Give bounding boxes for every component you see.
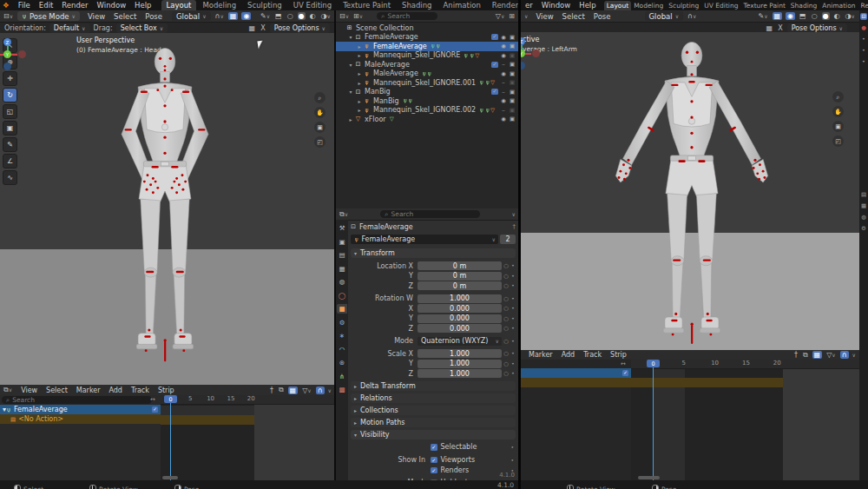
- move-tool[interactable]: ✛: [3, 71, 17, 86]
- nla-menu-item[interactable]: Track: [127, 387, 154, 394]
- breakdowner-tool[interactable]: ∿: [3, 170, 17, 185]
- panel-header[interactable]: ▸Motion Paths: [351, 418, 516, 427]
- menu-item[interactable]: Help: [130, 1, 155, 10]
- current-frame-badge[interactable]: 0: [647, 360, 660, 367]
- menu-item[interactable]: Window: [537, 1, 575, 10]
- axis-y-icon[interactable]: Y: [3, 50, 11, 58]
- eye-icon[interactable]: ◉: [500, 97, 507, 104]
- x-axis-icon[interactable]: X: [777, 24, 783, 32]
- axis-z-icon[interactable]: Z: [521, 37, 525, 45]
- nla-track-femaleaverage[interactable]: ▾ ⋔ FemaleAverage ✓: [0, 405, 161, 414]
- pose-options-dropdown[interactable]: Pose Options∨: [270, 23, 330, 33]
- nla-hscrollbar[interactable]: [638, 476, 660, 479]
- viewport-menu-item[interactable]: View: [83, 12, 109, 21]
- animate-dot-icon[interactable]: •: [510, 370, 516, 377]
- snap-magnet-icon[interactable]: ∩∨: [687, 12, 697, 20]
- animate-dot-icon[interactable]: •: [510, 360, 516, 367]
- menu-item[interactable]: File: [14, 1, 35, 10]
- outliner-search[interactable]: ⌕ Search: [377, 12, 437, 20]
- pin-icon[interactable]: †: [269, 387, 274, 394]
- animate-dot-icon[interactable]: •: [510, 282, 516, 289]
- animate-dot-icon[interactable]: •: [510, 325, 516, 332]
- axis-x-neg-icon[interactable]: [532, 50, 540, 57]
- workspace-tab[interactable]: Layout: [161, 0, 197, 10]
- value-field[interactable]: 1.000: [418, 294, 502, 303]
- viewport-menu-item[interactable]: Pose: [589, 12, 615, 21]
- eye-icon[interactable]: ◉: [500, 52, 507, 59]
- snap-magnet-icon[interactable]: ∩∨: [214, 12, 225, 20]
- workspace-tab[interactable]: Rendering: [858, 1, 868, 10]
- transform-tool[interactable]: ▣: [3, 121, 17, 135]
- nla-menu-item[interactable]: Marker: [524, 351, 557, 359]
- display-mode-icon[interactable]: ⊟∨: [339, 12, 350, 20]
- nla-menu-item[interactable]: Marker: [72, 387, 105, 394]
- blender-logo-icon[interactable]: ❖: [0, 1, 12, 10]
- nla-menu-item[interactable]: Strip: [606, 351, 631, 359]
- proportional-edit-icon[interactable]: ◉: [786, 12, 795, 20]
- outliner-row[interactable]: ▾ ⊡ MaleAverage ✓⌣▣: [336, 60, 518, 69]
- animate-dot-icon[interactable]: •: [510, 350, 516, 357]
- nla-timeline-left[interactable]: 05101520 0: [161, 395, 334, 480]
- check-icon[interactable]: ✓: [491, 89, 498, 95]
- rendered-shading-icon[interactable]: ◑∨: [845, 12, 856, 20]
- axis-z-neg-icon[interactable]: [521, 62, 525, 69]
- zoom-icon[interactable]: ⌕: [314, 92, 326, 103]
- menu-item[interactable]: Edit: [35, 1, 57, 10]
- options-icon[interactable]: ∨: [512, 211, 516, 217]
- zoom-icon[interactable]: ⌕: [832, 91, 844, 102]
- outliner-row[interactable]: ▾ ⊡ FemaleAverage ✓◉▣: [336, 33, 518, 43]
- material-shading-icon[interactable]: ◐: [833, 12, 841, 20]
- checkbox[interactable]: [431, 444, 437, 451]
- measure-tool[interactable]: ∠: [3, 154, 17, 169]
- material-shading-icon[interactable]: ◐: [309, 12, 317, 20]
- perspective-icon[interactable]: ◰: [314, 136, 326, 148]
- filter-icon[interactable]: ▽∨: [495, 12, 506, 20]
- overlays-icon[interactable]: ⬒: [274, 12, 283, 20]
- camera-icon[interactable]: ▣: [509, 43, 516, 50]
- animate-dot-icon[interactable]: •: [510, 273, 516, 280]
- menu-item[interactable]: Window: [93, 1, 131, 10]
- workspace-tab[interactable]: Sculpting: [666, 1, 701, 10]
- axis-x-neg-icon[interactable]: [18, 50, 26, 58]
- panel-header[interactable]: ▸Delta Transform: [351, 381, 516, 391]
- lock-icon[interactable]: ○: [502, 370, 510, 377]
- nla-hscrollbar[interactable]: [162, 476, 178, 479]
- camera-view-icon[interactable]: ▣: [314, 122, 326, 133]
- value-field[interactable]: 0 m: [418, 272, 502, 281]
- panel-header[interactable]: ▸Collections: [351, 406, 516, 415]
- workspace-tab[interactable]: Layout: [604, 1, 632, 10]
- nla-menu-item[interactable]: Add: [104, 387, 127, 394]
- viewport-menu-item[interactable]: Select: [109, 12, 141, 21]
- snap-toggle-icon[interactable]: ▦: [773, 12, 783, 20]
- nla-menu-item[interactable]: Track: [579, 351, 606, 359]
- perspective-icon[interactable]: ◰: [832, 135, 844, 147]
- nla-menu-item[interactable]: Strip: [154, 387, 179, 394]
- workspace-tab[interactable]: Rendering: [487, 0, 518, 10]
- nla-track-no-action[interactable]: [521, 378, 631, 387]
- nla-menu-item[interactable]: View: [16, 387, 42, 394]
- playhead-line[interactable]: [653, 360, 654, 480]
- pose-options-dropdown[interactable]: Pose Options∨: [787, 23, 847, 33]
- outliner-row[interactable]: ▾ ⊡ ManBig ✓⌣▣: [336, 88, 518, 97]
- solid-shading-icon[interactable]: ●: [298, 12, 306, 20]
- pan-icon[interactable]: ✋: [832, 106, 844, 117]
- tool-icon[interactable]: ⊟: [860, 13, 866, 20]
- lock-icon[interactable]: ○: [502, 273, 510, 280]
- outliner-row[interactable]: ▸ ⋔ ManBig ⋔⋔ ◉▣: [336, 96, 518, 106]
- value-field[interactable]: 0.000: [418, 304, 502, 313]
- snap-toggle-icon[interactable]: ▦: [228, 12, 239, 20]
- visibility-panel-header[interactable]: ▾Visibility: [351, 430, 516, 439]
- nla-track-no-action[interactable]: ▤ <No Action>: [0, 414, 161, 424]
- viewport-menu-item[interactable]: Pose: [141, 12, 167, 21]
- gizmo-toggle-icon[interactable]: ✎∨: [757, 12, 768, 20]
- value-field[interactable]: Quaternion (WXYZ): [418, 337, 502, 346]
- axis-gizmo[interactable]: X Y Z: [0, 38, 26, 73]
- workspace-tab[interactable]: Texture Paint: [740, 1, 787, 10]
- wireframe-shading-icon[interactable]: ○: [811, 12, 819, 20]
- animate-dot-icon[interactable]: •: [510, 305, 516, 312]
- eye-icon[interactable]: ◉: [500, 34, 507, 41]
- pin-icon[interactable]: †: [513, 223, 516, 230]
- view-mode-icon[interactable]: ▦: [288, 387, 299, 394]
- expand-icon[interactable]: ↔: [150, 396, 155, 403]
- value-field[interactable]: 1.000: [418, 360, 502, 368]
